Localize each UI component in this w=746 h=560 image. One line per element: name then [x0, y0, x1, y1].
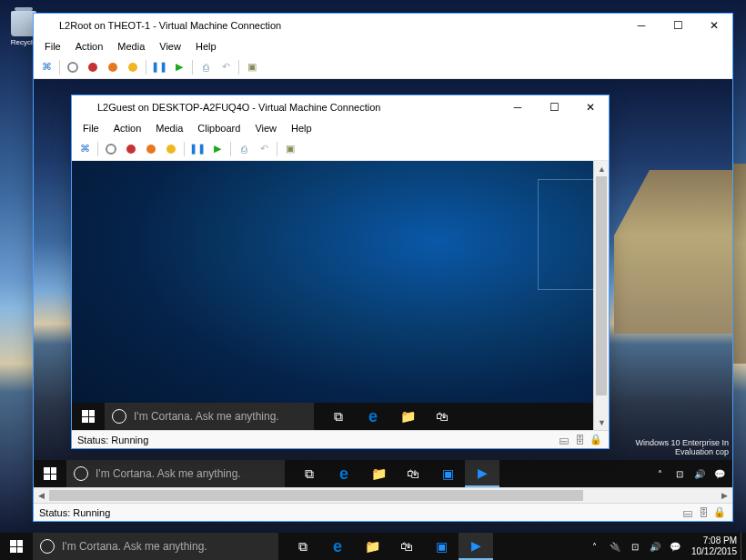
clock-date: 10/12/2015 — [691, 546, 737, 557]
statusbar-outer: Status: Running 🖴 🗄 🔒 — [34, 503, 732, 521]
hyperv-manager-icon[interactable]: ▣ — [424, 533, 459, 560]
checkpoint-button[interactable]: ⎙ — [235, 140, 253, 158]
maximize-button[interactable]: ☐ — [660, 14, 696, 37]
start-button[interactable] — [0, 533, 33, 560]
volume-icon[interactable]: 🔊 — [648, 539, 662, 554]
server-status-icon: 🗄 — [572, 434, 587, 446]
cortana-icon — [74, 466, 88, 481]
minimize-button[interactable]: ─ — [499, 95, 536, 119]
notifications-icon[interactable]: 💬 — [668, 539, 682, 554]
start-button-tb[interactable] — [102, 140, 120, 158]
close-button[interactable]: ✕ — [696, 14, 732, 37]
start-button[interactable] — [72, 403, 105, 430]
toolbar-separator — [184, 142, 185, 156]
disk-status-icon: 🖴 — [556, 434, 570, 446]
volume-icon[interactable]: 🔊 — [692, 466, 707, 481]
minimize-button[interactable]: ─ — [623, 14, 660, 37]
save-button[interactable] — [162, 140, 180, 158]
menu-clipboard[interactable]: Clipboard — [190, 121, 247, 135]
vm-l2guest-desktop[interactable]: I'm Cortana. Ask me anything. ⧉ e 📁 🛍 — [72, 161, 593, 430]
menu-action[interactable]: Action — [106, 121, 149, 135]
revert-button[interactable]: ↶ — [255, 140, 273, 158]
edge-icon[interactable]: e — [356, 403, 390, 430]
menu-action[interactable]: Action — [68, 39, 111, 54]
taskview-icon[interactable]: ⧉ — [292, 460, 327, 487]
shutdown-button[interactable] — [104, 58, 122, 76]
lock-status-icon: 🔒 — [712, 506, 727, 519]
toolbar-separator — [97, 142, 98, 156]
explorer-icon[interactable]: 📁 — [390, 403, 425, 430]
start-button-tb[interactable] — [64, 58, 82, 76]
cortana-search[interactable]: I'm Cortana. Ask me anything. — [105, 403, 314, 430]
scrollbar-horizontal[interactable]: ◀ ▶ — [34, 487, 732, 503]
menu-file[interactable]: File — [76, 121, 106, 135]
taskview-icon[interactable]: ⧉ — [321, 403, 356, 430]
shutdown-button[interactable] — [142, 140, 160, 158]
start-button[interactable] — [34, 460, 66, 487]
enhanced-session-button[interactable]: ▣ — [243, 58, 261, 76]
turnoff-button[interactable] — [84, 58, 102, 76]
clock[interactable]: 7:08 PM 10/12/2015 — [688, 535, 741, 557]
pause-button[interactable]: ❚❚ — [150, 58, 168, 76]
pause-button[interactable]: ❚❚ — [188, 140, 207, 158]
scroll-left-icon[interactable]: ◀ — [34, 488, 49, 504]
vm-window-l2guest: L2Guest on DESKTOP-A2FUQ4O - Virtual Mac… — [71, 95, 610, 449]
menu-file[interactable]: File — [37, 39, 68, 54]
turnoff-button[interactable] — [122, 140, 140, 158]
edge-icon[interactable]: e — [320, 533, 355, 560]
scroll-right-icon[interactable]: ▶ — [717, 488, 732, 504]
toolbar-separator — [146, 60, 146, 75]
reset-button[interactable]: ▶ — [170, 58, 188, 76]
cortana-search[interactable]: I'm Cortana. Ask me anything. — [66, 460, 285, 487]
statusbar-inner: Status: Running 🖴 🗄 🔒 — [72, 430, 609, 448]
menu-media[interactable]: Media — [148, 121, 190, 135]
enhanced-session-button[interactable]: ▣ — [281, 140, 299, 158]
cortana-search[interactable]: I'm Cortana. Ask me anything. — [33, 533, 278, 560]
tray-chevron-icon[interactable]: ˄ — [652, 466, 667, 481]
save-button[interactable] — [124, 58, 142, 76]
tray-chevron-icon[interactable]: ˄ — [588, 539, 602, 554]
titlebar-inner[interactable]: L2Guest on DESKTOP-A2FUQ4O - Virtual Mac… — [72, 95, 609, 119]
explorer-icon[interactable]: 📁 — [361, 460, 396, 487]
scroll-up-icon[interactable]: ▲ — [594, 161, 609, 176]
scroll-thumb[interactable] — [49, 490, 583, 501]
edge-icon[interactable]: e — [327, 460, 361, 487]
store-icon[interactable]: 🛍 — [425, 403, 459, 430]
menu-help[interactable]: Help — [188, 39, 224, 54]
store-icon[interactable]: 🛍 — [389, 533, 424, 560]
vmconnect-taskbar-icon[interactable]: ▶ — [459, 533, 493, 560]
task-icons: ⧉ e 📁 🛍 ▣ ▶ — [286, 533, 493, 560]
scroll-thumb[interactable] — [596, 176, 607, 395]
network-icon[interactable]: ⊡ — [672, 466, 687, 481]
cortana-placeholder: I'm Cortana. Ask me anything. — [62, 540, 207, 553]
ctrl-alt-del-button[interactable]: ⌘ — [37, 58, 55, 76]
l2guest-taskbar: I'm Cortana. Ask me anything. ⧉ e 📁 🛍 — [72, 403, 593, 430]
reset-button[interactable]: ▶ — [208, 140, 227, 158]
menu-view[interactable]: View — [247, 121, 284, 135]
close-button[interactable]: ✕ — [572, 95, 609, 119]
show-desktop-button[interactable] — [741, 533, 746, 560]
maximize-button[interactable]: ☐ — [536, 95, 572, 119]
notifications-icon[interactable]: 💬 — [712, 466, 727, 481]
ctrl-alt-del-button[interactable]: ⌘ — [76, 140, 94, 158]
menubar-outer: File Action Media View Help — [34, 37, 732, 55]
task-icons: ⧉ e 📁 🛍 ▣ ▶ — [292, 460, 499, 487]
menu-view[interactable]: View — [152, 39, 188, 54]
titlebar-outer[interactable]: L2Root on THEOT-1 - Virtual Machine Conn… — [34, 14, 732, 37]
network-icon[interactable]: ⊡ — [628, 539, 642, 554]
revert-button[interactable]: ↶ — [217, 58, 235, 76]
taskview-icon[interactable]: ⧉ — [286, 533, 320, 560]
store-icon[interactable]: 🛍 — [396, 460, 430, 487]
system-tray: ˄ 🔌 ⊡ 🔊 💬 — [582, 539, 688, 554]
menu-media[interactable]: Media — [110, 39, 152, 54]
lock-status-icon: 🔒 — [589, 434, 603, 446]
vmconnect-taskbar-icon[interactable]: ▶ — [465, 460, 499, 487]
menu-help[interactable]: Help — [284, 121, 319, 135]
clock-time: 7:08 PM — [691, 535, 737, 546]
scrollbar-vertical[interactable]: ▲ ▼ — [593, 161, 609, 430]
scroll-down-icon[interactable]: ▼ — [594, 415, 609, 430]
explorer-icon[interactable]: 📁 — [355, 533, 389, 560]
checkpoint-button[interactable]: ⎙ — [197, 58, 215, 76]
power-icon[interactable]: 🔌 — [608, 539, 622, 554]
hyperv-manager-icon[interactable]: ▣ — [430, 460, 465, 487]
